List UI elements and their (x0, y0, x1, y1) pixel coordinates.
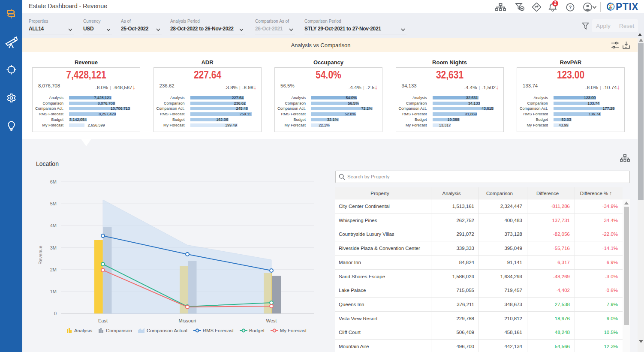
svg-text:6M: 6M (50, 179, 57, 184)
svg-text:Missouri: Missouri (179, 318, 196, 323)
svg-text:East: East (98, 318, 108, 323)
svg-text:0: 0 (54, 311, 57, 316)
svg-text:Revenue: Revenue (38, 246, 43, 265)
svg-text:3M: 3M (50, 245, 57, 250)
svg-text:West: West (266, 318, 277, 323)
svg-text:2M: 2M (50, 267, 57, 272)
svg-text:?: ? (569, 5, 572, 10)
svg-text:4M: 4M (50, 223, 57, 228)
svg-text:5M: 5M (50, 201, 57, 206)
svg-text:1M: 1M (50, 289, 57, 294)
